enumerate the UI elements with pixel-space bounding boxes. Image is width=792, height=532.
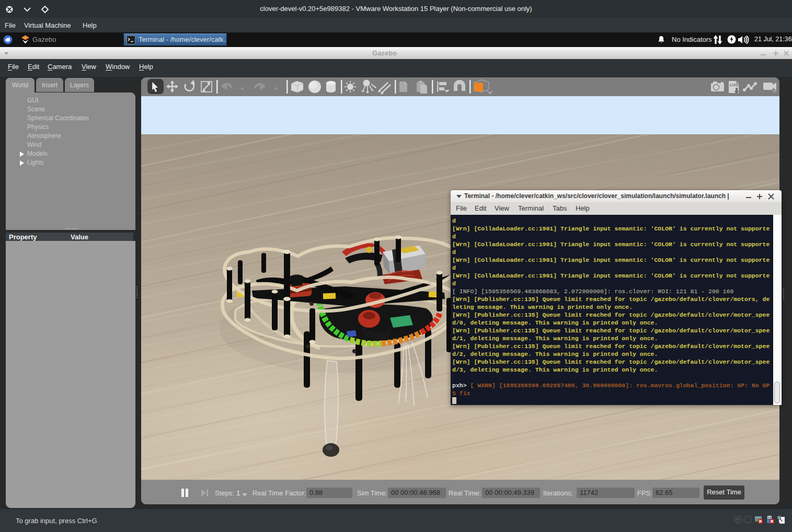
svg-text:LOG: LOG — [730, 83, 738, 87]
